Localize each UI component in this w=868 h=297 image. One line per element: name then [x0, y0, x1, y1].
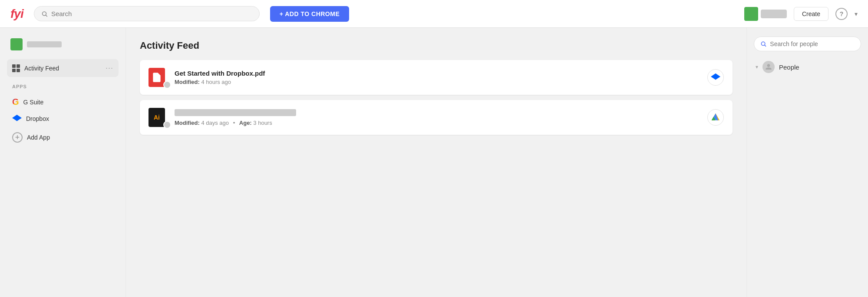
dropbox-app-badge [707, 69, 724, 86]
sidebar-user [7, 37, 119, 52]
search-bar[interactable] [34, 6, 260, 21]
people-search-input[interactable] [770, 40, 855, 47]
chevron-down-icon: ▾ [756, 64, 758, 70]
feed-card-1[interactable]: Get Started with Dropbox.pdf Modified: 4… [140, 60, 733, 95]
add-app-item[interactable]: + Add App [7, 129, 119, 146]
people-avatar-icon [762, 61, 775, 73]
card-info-2: Modified: 4 days ago • Age: 3 hours [175, 109, 700, 126]
add-to-chrome-label: + ADD TO CHROME [280, 10, 340, 17]
modified-label-2: Modified: [175, 120, 200, 126]
search-icon [41, 10, 48, 17]
apps-section-label: APPS [12, 84, 113, 89]
file-icon-wrap-2: Ai [149, 108, 168, 127]
gdrive-icon [711, 113, 720, 122]
ai-file-icon: Ai [149, 108, 165, 127]
svg-line-1 [46, 15, 47, 16]
people-section[interactable]: ▾ People [754, 58, 861, 76]
age-label-2: Age: [239, 120, 252, 126]
age-value-2: 3 hours [253, 120, 272, 126]
dropbox-icon [12, 114, 22, 123]
header: fyi + ADD TO CHROME Create ? ▾ [0, 0, 868, 28]
main-content: Activity Feed Get Started with Dropbox.p… [126, 28, 746, 297]
card-meta-1: Modified: 4 hours ago [175, 79, 700, 85]
avatar-name-blurred [761, 10, 787, 18]
avatar-green [744, 7, 758, 21]
nav-dots-icon[interactable]: ··· [106, 63, 113, 73]
add-icon: + [12, 132, 23, 143]
logo: fyi [10, 7, 23, 21]
activity-feed-title: Activity Feed [140, 40, 733, 51]
dropbox-label: Dropbox [26, 115, 49, 122]
right-panel: ▾ People [746, 28, 868, 297]
sidebar-avatar [10, 38, 23, 50]
dropbox-badge-icon [711, 73, 720, 82]
card-info-1: Get Started with Dropbox.pdf Modified: 4… [175, 70, 700, 85]
feed-card-2[interactable]: Ai Modified: 4 days ago • Age: 3 hours [140, 100, 733, 135]
svg-line-3 [765, 45, 766, 47]
chevron-down-icon[interactable]: ▾ [855, 10, 858, 17]
create-button[interactable]: Create [794, 7, 828, 21]
gsuite-label: G Suite [23, 99, 44, 106]
grid-icon [12, 64, 20, 72]
people-search-bar[interactable] [754, 37, 861, 51]
gsuite-icon: G [12, 97, 19, 107]
sidebar-item-dropbox[interactable]: Dropbox [7, 110, 119, 127]
bullet-separator: • [233, 120, 235, 126]
people-search-icon [760, 40, 766, 47]
modified-value-2: 4 days ago [201, 120, 229, 126]
modified-label-1: Modified: [175, 79, 200, 85]
sidebar-nav-label: Activity Feed [24, 65, 101, 72]
sidebar-user-name-blurred [27, 41, 62, 47]
main-layout: Activity Feed ··· APPS G G Suite Dropbox… [0, 28, 868, 297]
sidebar: Activity Feed ··· APPS G G Suite Dropbox… [0, 28, 126, 297]
add-app-label: Add App [27, 134, 50, 141]
user-avatar-block [744, 7, 787, 21]
sidebar-item-activity-feed[interactable]: Activity Feed ··· [7, 59, 119, 77]
pdf-file-icon [149, 68, 165, 87]
add-to-chrome-button[interactable]: + ADD TO CHROME [270, 6, 350, 22]
search-input[interactable] [51, 10, 252, 17]
gdrive-app-badge [707, 109, 724, 126]
file-icon-wrap-1 [149, 68, 168, 87]
sidebar-item-gsuite[interactable]: G G Suite [7, 93, 119, 110]
people-label: People [779, 63, 799, 71]
file-user-badge-2 [163, 121, 171, 129]
card-meta-2: Modified: 4 days ago • Age: 3 hours [175, 120, 700, 126]
card-title-1: Get Started with Dropbox.pdf [175, 70, 700, 77]
modified-value-1: 4 hours ago [201, 79, 231, 85]
file-user-badge-1 [163, 81, 171, 89]
header-right: Create ? ▾ [744, 7, 858, 21]
help-button[interactable]: ? [835, 8, 848, 20]
card-title-blurred-2 [175, 109, 296, 116]
